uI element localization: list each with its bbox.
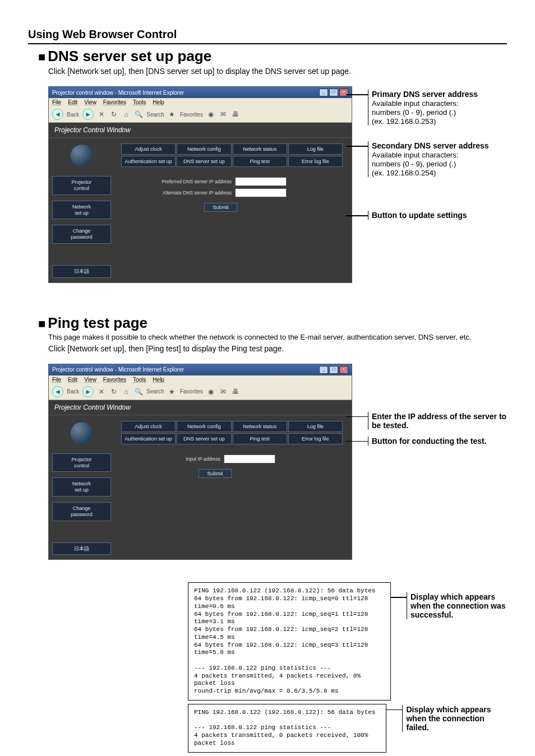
tab-error-log-file[interactable]: Error log file	[288, 433, 343, 444]
menu-favorites[interactable]: Favorites	[103, 99, 126, 105]
close-icon[interactable]: ×	[339, 89, 348, 96]
refresh-icon[interactable]: ↻	[109, 110, 118, 119]
forward-icon[interactable]: ►	[82, 386, 94, 397]
alternate-dns-input[interactable]	[235, 188, 287, 197]
sidebar-item-projector-control[interactable]: Projector control	[52, 176, 111, 195]
tab-adjust-clock[interactable]: Adjust clock	[121, 421, 176, 432]
stop-icon[interactable]: ✕	[97, 387, 106, 396]
preferred-dns-input[interactable]	[235, 177, 287, 186]
tab-dns-server-setup[interactable]: DNS server set up	[177, 156, 231, 167]
minimize-icon[interactable]: _	[319, 89, 328, 96]
menu-tools[interactable]: Tools	[133, 377, 146, 383]
tab-network-status[interactable]: Network status	[233, 143, 287, 155]
favorites-label[interactable]: Favorites	[180, 388, 203, 395]
tab-network-status[interactable]: Network status	[233, 421, 287, 432]
sidebar-item-change-password[interactable]: Change password	[52, 502, 111, 521]
tab-dns-server-setup[interactable]: DNS server set up	[177, 433, 231, 444]
favorites-label[interactable]: Favorites	[180, 112, 203, 118]
tab-error-log-file[interactable]: Error log file	[288, 156, 343, 167]
tab-log-file[interactable]: Log file	[288, 421, 343, 432]
history-icon[interactable]: ◉	[206, 110, 215, 119]
print-icon[interactable]: 🖶	[231, 110, 240, 119]
preferred-dns-label: Preferred DNS server IP address	[162, 179, 232, 184]
search-label[interactable]: Search	[146, 112, 164, 118]
history-icon[interactable]: ◉	[206, 387, 215, 396]
menu-favorites[interactable]: Favorites	[103, 377, 126, 383]
minimize-icon[interactable]: _	[319, 366, 328, 374]
menu-file[interactable]: File	[52, 99, 61, 105]
close-icon[interactable]: ×	[339, 366, 348, 374]
menu-view[interactable]: View	[84, 377, 96, 383]
tab-ping-test[interactable]: Ping test	[233, 156, 287, 167]
search-icon[interactable]: 🔍	[134, 110, 143, 119]
stop-icon[interactable]: ✕	[97, 110, 106, 119]
sidebar-item-japanese[interactable]: 日本語	[52, 542, 111, 555]
browser-window-ping: Projector control window - Microsoft Int…	[48, 364, 352, 560]
dns-heading: ■DNS server set up page	[38, 48, 507, 65]
refresh-icon[interactable]: ↻	[109, 387, 118, 396]
callout-title: Secondary DNS server address	[372, 141, 489, 150]
callout-secondary-dns: Secondary DNS server address Available i…	[368, 141, 507, 177]
home-icon[interactable]: ⌂	[122, 110, 131, 119]
menu-help[interactable]: Help	[153, 99, 164, 105]
tab-network-config[interactable]: Network config	[177, 143, 231, 155]
callout-title: Enter the IP address of the server to be…	[372, 412, 506, 430]
back-label[interactable]: Back	[67, 388, 79, 395]
tab-adjust-clock[interactable]: Adjust clock	[121, 143, 176, 155]
callout-line: numbers (0 - 9), period (.)	[372, 108, 456, 117]
callout-primary-dns: Primary DNS server address Available inp…	[368, 90, 507, 126]
tab-network-config[interactable]: Network config	[177, 421, 231, 432]
callout-line: Display which appears	[406, 705, 491, 714]
titlebar: Projector control window - Microsoft Int…	[49, 87, 352, 98]
callout-conduct-test: Button for conducting the test.	[368, 437, 507, 446]
window-title: Projector control window - Microsoft Int…	[52, 367, 184, 373]
back-icon[interactable]: ◄	[52, 109, 63, 120]
callout-line: (ex. 192.168.0.254)	[372, 169, 436, 177]
forward-icon[interactable]: ►	[82, 109, 94, 120]
search-label[interactable]: Search	[146, 388, 164, 395]
globe-icon	[71, 145, 93, 167]
toolbar: ◄ Back ► ✕ ↻ ⌂ 🔍 Search ★ Favorites ◉ ✉ …	[49, 384, 352, 400]
menu-view[interactable]: View	[84, 99, 96, 105]
menu-tools[interactable]: Tools	[133, 99, 146, 105]
tab-auth-setup[interactable]: Authentication set up	[121, 156, 176, 167]
favorites-icon[interactable]: ★	[168, 110, 177, 119]
back-icon[interactable]: ◄	[52, 386, 63, 397]
sidebar-item-network-setup[interactable]: Network set up	[52, 201, 111, 220]
mail-icon[interactable]: ✉	[219, 387, 228, 396]
maximize-icon[interactable]: □	[329, 89, 338, 96]
tab-auth-setup[interactable]: Authentication set up	[121, 433, 176, 444]
menu-edit[interactable]: Edit	[68, 99, 77, 105]
ping-heading: ■Ping test page	[38, 314, 507, 332]
menubar: File Edit View Favorites Tools Help	[49, 375, 352, 384]
callout-enter-ip: Enter the IP address of the server to be…	[368, 412, 507, 430]
input-ip-field[interactable]	[224, 454, 275, 463]
tab-log-file[interactable]: Log file	[288, 143, 343, 155]
menu-edit[interactable]: Edit	[68, 377, 77, 383]
submit-button[interactable]: Submit	[204, 203, 237, 212]
sidebar-item-network-setup[interactable]: Network set up	[52, 477, 111, 497]
menu-file[interactable]: File	[52, 377, 61, 383]
window-title: Projector control window - Microsoft Int…	[52, 90, 184, 96]
menu-help[interactable]: Help	[153, 377, 164, 383]
sidebar-item-change-password[interactable]: Change password	[52, 225, 111, 244]
pcw-title: Projector Control Window	[49, 400, 352, 415]
maximize-icon[interactable]: □	[329, 366, 338, 374]
sidebar-item-projector-control[interactable]: Projector control	[52, 453, 111, 472]
back-label[interactable]: Back	[67, 112, 79, 118]
titlebar: Projector control window - Microsoft Int…	[49, 364, 352, 375]
home-icon[interactable]: ⌂	[122, 387, 131, 396]
submit-button[interactable]: Submit	[199, 469, 231, 478]
menubar: File Edit View Favorites Tools Help	[49, 98, 352, 106]
ping-success-box: PING 192.168.0.122 (192.168.0.122): 56 d…	[188, 582, 391, 701]
search-icon[interactable]: 🔍	[134, 387, 143, 396]
sidebar: Projector control Network set up Change …	[49, 138, 114, 282]
pcw-title: Projector Control Window	[49, 123, 352, 138]
tab-ping-test[interactable]: Ping test	[233, 433, 287, 444]
print-icon[interactable]: 🖶	[231, 387, 240, 396]
sidebar-item-japanese[interactable]: 日本語	[52, 265, 111, 278]
callout-line: Display which appears	[411, 592, 495, 601]
callout-line: when the connection was	[411, 601, 506, 610]
mail-icon[interactable]: ✉	[219, 110, 228, 119]
favorites-icon[interactable]: ★	[168, 387, 177, 396]
